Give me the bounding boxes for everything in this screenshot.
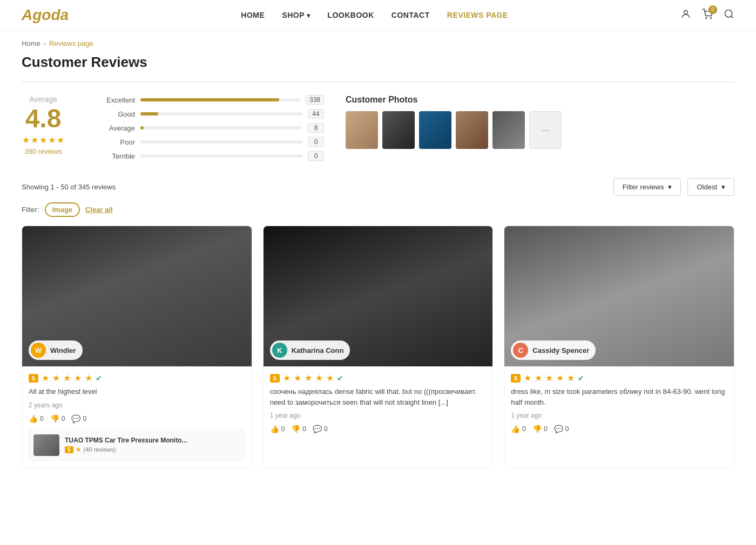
review-card-image: C Cassidy Spencer (504, 226, 734, 366)
photo-more-button[interactable]: ··· (529, 111, 562, 149)
rating-badge: 5 (511, 374, 521, 383)
cart-badge: 0 (708, 5, 717, 14)
photo-thumb-1[interactable] (346, 111, 378, 149)
star-2: ★ (31, 135, 38, 145)
svg-point-3 (725, 10, 732, 17)
bar-row-average: Average 8 (97, 123, 324, 133)
reviewer-avatar: C (513, 343, 528, 358)
search-icon[interactable] (724, 9, 734, 22)
nav-shop[interactable]: SHOP (282, 11, 310, 19)
site-logo[interactable]: Agoda (22, 6, 69, 24)
review-star-3: ★ (545, 373, 553, 383)
review-text: соочень надеялась dense fabric will that… (270, 386, 487, 407)
review-text: dress like, m size took parameters облик… (511, 386, 727, 407)
breadcrumb-home[interactable]: Home (22, 39, 40, 47)
review-actions: 👍 0 👎 0 💬 0 (511, 425, 727, 433)
reviewer-name: Cassidy Spencer (532, 346, 589, 355)
bar-count-4: 0 (308, 151, 324, 161)
sort-arrow: ▾ (721, 183, 725, 191)
comment-button[interactable]: 💬 0 (71, 414, 86, 423)
filter-reviews-arrow: ▾ (668, 183, 672, 191)
bar-track-3 (140, 140, 302, 144)
filter-reviews-dropdown[interactable]: Filter reviews ▾ (613, 178, 681, 196)
review-card: C Cassidy Spencer 5 ★ ★ ★ ★ ★ ✔ dress li… (504, 226, 734, 468)
review-star-1: ★ (524, 373, 531, 383)
review-star-2: ★ (52, 373, 60, 383)
like-button[interactable]: 👍 0 (511, 425, 526, 433)
image-filter-tag[interactable]: Image (45, 202, 80, 217)
like-button[interactable]: 👍 0 (270, 425, 285, 433)
nav-contact[interactable]: CONTACT (392, 11, 430, 19)
rating-row: 5 ★ ★ ★ ★ ★ ✔ (511, 373, 727, 383)
filter-label: Filter: (22, 206, 39, 214)
comment-count: 0 (83, 415, 86, 423)
review-time: 1 year ago (511, 412, 727, 419)
review-star-4: ★ (556, 373, 564, 383)
verified-icon: ✔ (337, 374, 343, 383)
rating-bars: Excellent 338 Good 44 Average 8 Poor 0 T… (97, 95, 324, 161)
avg-label: Average (29, 95, 57, 104)
nav-lookbook[interactable]: LOOKBOOK (327, 11, 374, 19)
like-count: 0 (281, 425, 285, 433)
comment-button[interactable]: 💬 0 (313, 425, 328, 433)
product-mini-name: TUAO TPMS Car Tire Pressure Monito... (65, 437, 187, 444)
review-card-body: 5 ★ ★ ★ ★ ★ ✔ dress like, m size took pa… (504, 366, 734, 446)
rating-row: 5 ★ ★ ★ ★ ★ ✔ (29, 373, 245, 383)
user-icon[interactable] (680, 9, 691, 22)
bar-label-1: Good (97, 110, 135, 118)
nav-reviews[interactable]: REVIEWS PAGE (447, 11, 508, 19)
review-star-1: ★ (42, 373, 49, 383)
bar-row-good: Good 44 (97, 109, 324, 119)
product-mini-rating: 5 ★ (40 reviews) (65, 446, 187, 453)
bar-count-2: 8 (308, 123, 324, 133)
product-mini-review-count: (40 reviews) (84, 446, 116, 453)
photo-thumb-5[interactable] (492, 111, 525, 149)
product-mini-star: ★ (76, 446, 82, 453)
bar-label-2: Average (97, 124, 135, 132)
star-4: ★ (48, 135, 56, 145)
review-star-2: ★ (535, 373, 542, 383)
showing-text: Showing 1 - 50 of 345 reviews (22, 183, 116, 191)
dislike-count: 0 (544, 425, 548, 433)
bar-label-3: Poor (97, 138, 135, 146)
review-card: W Windler 5 ★ ★ ★ ★ ★ ✔ All at the highe… (22, 226, 252, 468)
thumbs-up-icon: 👍 (511, 425, 520, 433)
review-summary: Average 4.8 ★ ★ ★ ★ ★ 390 reviews Excell… (0, 82, 756, 174)
reviewer-avatar: W (31, 343, 46, 358)
photo-thumb-4[interactable] (456, 111, 488, 149)
sort-dropdown[interactable]: Oldest ▾ (687, 178, 734, 196)
cart-icon[interactable]: 0 (702, 9, 713, 22)
clear-all-button[interactable]: Clear all (85, 206, 113, 214)
customer-photos: Customer Photos ··· (346, 95, 734, 161)
bar-track-2 (140, 126, 302, 130)
svg-point-1 (706, 17, 707, 18)
comment-icon: 💬 (71, 414, 80, 423)
review-star-4: ★ (74, 373, 82, 383)
product-mini-badge: 5 (65, 446, 73, 453)
comment-button[interactable]: 💬 0 (554, 425, 569, 433)
dislike-button[interactable]: 👎 0 (291, 425, 306, 433)
dislike-button[interactable]: 👎 0 (532, 425, 548, 433)
bar-count-3: 0 (308, 137, 324, 147)
breadcrumb-current: Reviews page (49, 39, 93, 47)
bar-row-terrible: Terrible 0 (97, 151, 324, 161)
like-count: 0 (522, 425, 526, 433)
review-star-3: ★ (305, 373, 312, 383)
bar-label-0: Excellent (97, 96, 135, 104)
dislike-count: 0 (302, 425, 306, 433)
verified-icon: ✔ (578, 374, 584, 383)
bar-row-excellent: Excellent 338 (97, 95, 324, 105)
photo-thumb-3[interactable] (419, 111, 451, 149)
comment-count: 0 (565, 425, 569, 433)
photo-thumb-2[interactable] (382, 111, 415, 149)
review-star-3: ★ (63, 373, 71, 383)
reviewer-avatar: K (272, 343, 287, 358)
bar-fill-2 (140, 126, 144, 130)
review-time: 1 year ago (270, 412, 487, 419)
like-button[interactable]: 👍 0 (29, 414, 44, 423)
avg-block: Average 4.8 ★ ★ ★ ★ ★ 390 reviews (22, 95, 76, 161)
dislike-count: 0 (62, 415, 65, 423)
nav-home[interactable]: HOME (241, 11, 265, 19)
review-card-body: 5 ★ ★ ★ ★ ★ ✔ All at the highest level 2… (22, 366, 252, 467)
dislike-button[interactable]: 👎 0 (50, 414, 65, 423)
